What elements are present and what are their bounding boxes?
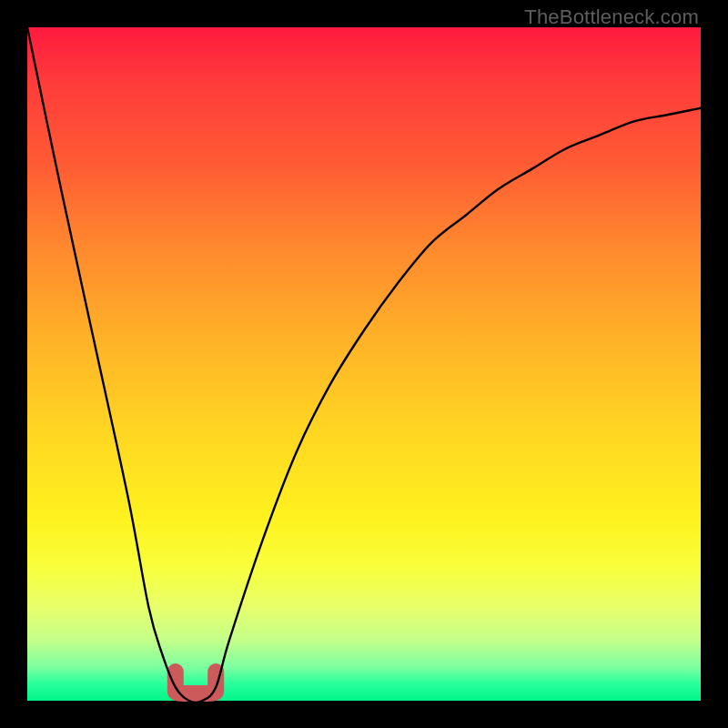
plot-area	[27, 27, 701, 701]
attribution-text: TheBottleneck.com	[524, 5, 699, 29]
chart-svg	[27, 27, 701, 701]
valley-highlight	[176, 672, 216, 693]
bottleneck-curve	[27, 27, 701, 703]
